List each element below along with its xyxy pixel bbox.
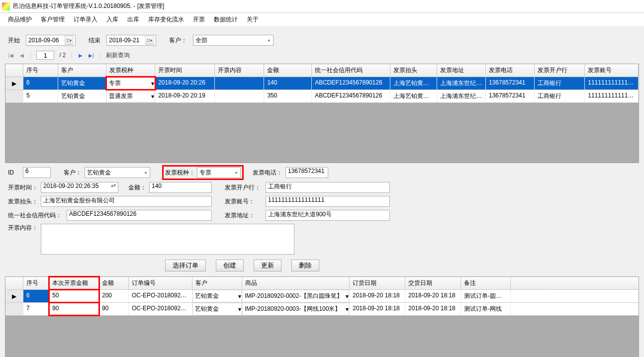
cell-bank: 工商银行 bbox=[535, 90, 585, 102]
page-next-button[interactable]: ▶ bbox=[78, 52, 84, 58]
page-total: / 2 bbox=[59, 52, 66, 59]
menu-item-in[interactable]: 入库 bbox=[106, 15, 118, 24]
table-row[interactable]: ▶650200OC-EPO-20180920-0002艺铂黄金▾IMP-2018… bbox=[5, 290, 639, 303]
chevron-down-icon: ▾ bbox=[151, 93, 154, 100]
col-code[interactable]: 统一社会信用代码 bbox=[312, 64, 390, 77]
col-amount[interactable]: 金额 bbox=[99, 277, 129, 289]
end-date-value: 2018-09-21 bbox=[109, 37, 139, 44]
menu-item-invoice[interactable]: 开票 bbox=[193, 15, 205, 24]
cell-deliver-date: 2018-09-20 18:18 bbox=[405, 303, 461, 315]
cell-addr: 上海浦东世纪… bbox=[437, 90, 486, 102]
table-row[interactable]: 5 艺铂黄金 普通发票 ▾ 2018-09-20 20:19 350 ABCDE… bbox=[5, 90, 639, 103]
update-button[interactable]: 更新 bbox=[254, 260, 281, 271]
col-amount[interactable]: 金额 bbox=[264, 64, 312, 77]
id-field[interactable]: 6 bbox=[23, 167, 51, 178]
form-area: ID 6 客户： 艺铂黄金 ▾ 发票税种： 专票 ▾ 发票电话： 1367857… bbox=[8, 166, 636, 271]
col-phone[interactable]: 发票电话 bbox=[486, 64, 535, 77]
table-row[interactable]: 79090OC-EPO-20180920-0003艺铂黄金▾IMP-201809… bbox=[5, 303, 639, 316]
menubar: 商品维护 客户管理 订单录入 入库 出库 库存变化流水 开票 数据统计 关于 bbox=[0, 13, 644, 27]
cell-customer[interactable]: 艺铂黄金▾ bbox=[192, 303, 242, 315]
cell-customer: 艺铂黄金 bbox=[58, 90, 107, 102]
col-deliver-date[interactable]: 交货日期 bbox=[405, 277, 461, 289]
time-label: 开票时间： bbox=[8, 183, 38, 192]
cust-combo[interactable]: 艺铂黄金 ▾ bbox=[85, 167, 150, 178]
col-title[interactable]: 发票抬头 bbox=[390, 64, 438, 77]
refresh-button[interactable]: 刷新查询 bbox=[106, 51, 130, 60]
chevron-down-icon: ▾ bbox=[232, 171, 240, 175]
delete-button[interactable]: 删除 bbox=[291, 260, 319, 271]
grid-empty-area bbox=[5, 103, 639, 163]
time-field[interactable]: 2018-09-20 20:26:35 ▴▾ bbox=[41, 182, 118, 193]
row-indicator: ▶ bbox=[5, 290, 23, 302]
select-order-button[interactable]: 选择订单 bbox=[165, 260, 206, 271]
bank-field[interactable]: 工商银行 bbox=[266, 182, 390, 193]
stepper-icon[interactable]: ▴▾ bbox=[111, 182, 116, 192]
menu-item-about[interactable]: 关于 bbox=[247, 15, 259, 24]
col-invoice-time[interactable]: 开票时间 bbox=[155, 64, 215, 77]
page-input[interactable] bbox=[36, 51, 54, 60]
acct-field[interactable]: 11111111111111111 bbox=[266, 196, 390, 207]
cell-product[interactable]: IMP-20180920-0003-【网线100米】▾ bbox=[242, 303, 350, 315]
action-row: 选择订单 创建 更新 删除 bbox=[165, 260, 636, 271]
calendar-icon[interactable]: ☷▾ bbox=[145, 36, 154, 45]
tax-combo[interactable]: 专票 ▾ bbox=[197, 167, 241, 178]
cell-title: 上海艺铂黄金… bbox=[390, 77, 438, 89]
col-seq[interactable]: 序号 bbox=[23, 64, 58, 77]
menu-item-order-entry[interactable]: 订单录入 bbox=[74, 15, 97, 24]
code-field[interactable]: ABCDEF1234567890126 bbox=[67, 210, 212, 221]
amount-field[interactable]: 140 bbox=[149, 182, 212, 193]
window-title: 邑泊信息科技-订单管理系统-V.1.0.20180905. - [发票管理] bbox=[13, 2, 164, 10]
title-field[interactable]: 上海艺铂黄金股份有限公司 bbox=[41, 196, 212, 207]
customer-filter-value: 全部 bbox=[195, 36, 207, 45]
col-customer[interactable]: 客户 bbox=[58, 64, 107, 77]
end-date-input[interactable]: 2018-09-21 ☷▾ bbox=[106, 35, 156, 46]
content-field[interactable] bbox=[41, 224, 294, 255]
col-acct[interactable]: 发票账号 bbox=[585, 64, 639, 77]
cell-amount: 350 bbox=[264, 90, 312, 102]
page-first-button[interactable]: |◀ bbox=[8, 52, 14, 58]
cell-content bbox=[215, 77, 265, 89]
cell-product[interactable]: IMP-20180920-0002-【黑白圆珠笔】▾ bbox=[242, 290, 350, 302]
start-date-input[interactable]: 2018-09-06 ☷▾ bbox=[26, 35, 76, 46]
cell-order-no: OC-EPO-20180920-0002 bbox=[129, 290, 192, 302]
addr-field[interactable]: 上海浦东世纪大道900号 bbox=[266, 210, 390, 221]
col-content[interactable]: 开票内容 bbox=[215, 64, 265, 77]
calendar-icon[interactable]: ☷▾ bbox=[65, 36, 73, 45]
menu-item-stock-flow[interactable]: 库存变化流水 bbox=[148, 15, 184, 24]
customer-filter-combo[interactable]: 全部 ▾ bbox=[193, 35, 274, 46]
col-tax-type[interactable]: 发票税种 bbox=[106, 64, 155, 77]
col-addr[interactable]: 发票地址 bbox=[437, 64, 486, 77]
cell-customer: 艺铂黄金 bbox=[58, 77, 107, 89]
phone-label: 发票电话： bbox=[253, 169, 282, 177]
chevron-down-icon: ▾ bbox=[265, 38, 273, 43]
cell-phone: 13678572341 bbox=[486, 77, 535, 89]
menu-item-product[interactable]: 商品维护 bbox=[8, 15, 32, 24]
col-customer[interactable]: 客户 bbox=[192, 277, 242, 289]
cell-tax-type[interactable]: 专票 ▾ bbox=[106, 77, 155, 89]
chevron-down-icon: ▾ bbox=[346, 293, 349, 300]
create-button[interactable]: 创建 bbox=[216, 260, 244, 271]
cell-tax-type[interactable]: 普通发票 ▾ bbox=[106, 90, 155, 102]
cell-seq: 6 bbox=[23, 77, 58, 89]
table-row[interactable]: ▶ 6 艺铂黄金 专票 ▾ 2018-09-20 20:26 140 ABCDE… bbox=[5, 77, 639, 90]
col-memo[interactable]: 备注 bbox=[461, 277, 511, 289]
col-order-no[interactable]: 订单编号 bbox=[129, 277, 192, 289]
addr-label: 发票地址： bbox=[225, 211, 263, 220]
col-order-date[interactable]: 订货日期 bbox=[350, 277, 405, 289]
col-bank[interactable]: 发票开户行 bbox=[535, 64, 585, 77]
cell-deliver-date: 2018-09-20 18:18 bbox=[405, 290, 461, 302]
menu-item-out[interactable]: 出库 bbox=[127, 15, 139, 24]
col-product[interactable]: 商品 bbox=[242, 277, 350, 289]
menu-item-stats[interactable]: 数据统计 bbox=[214, 15, 238, 24]
phone-field[interactable]: 13678572341 bbox=[285, 167, 328, 178]
menu-item-customer[interactable]: 客户管理 bbox=[41, 15, 65, 24]
page-prev-button[interactable]: ◀ bbox=[19, 52, 25, 58]
cell-this-amount: 90 bbox=[49, 303, 99, 315]
col-this-amount[interactable]: 本次开票金额 bbox=[49, 277, 99, 289]
cell-customer[interactable]: 艺铂黄金▾ bbox=[192, 290, 242, 302]
titlebar: 邑泊信息科技-订单管理系统-V.1.0.20180905. - [发票管理] bbox=[0, 0, 644, 13]
col-seq[interactable]: 序号 bbox=[23, 277, 49, 289]
row-indicator-icon: ▶ bbox=[5, 77, 23, 89]
page-last-button[interactable]: ▶| bbox=[89, 52, 94, 58]
cell-this-amount: 50 bbox=[49, 290, 99, 302]
